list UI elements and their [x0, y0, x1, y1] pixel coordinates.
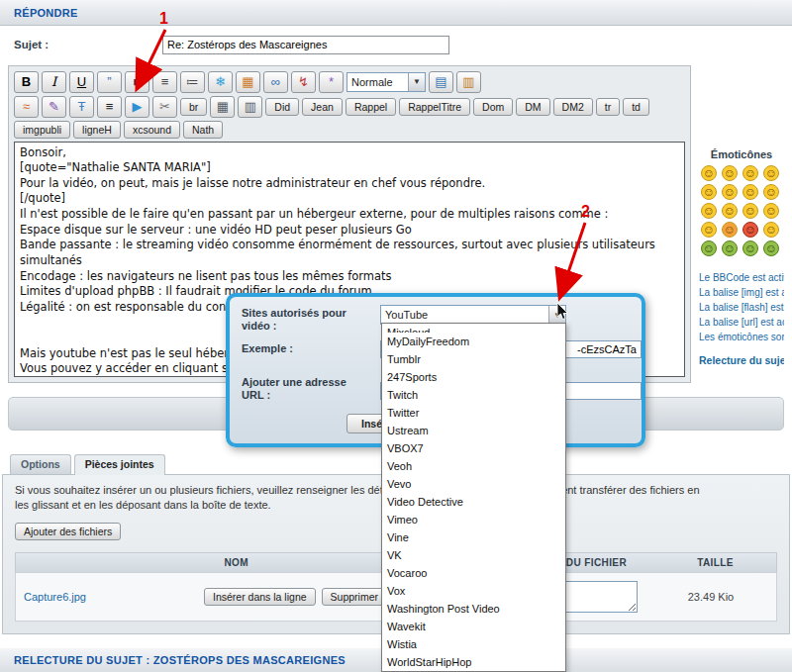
smiley-cool[interactable]: ☺ — [763, 165, 779, 181]
bbcode-status: Le BBCode est activéLa balise [img] est … — [699, 270, 784, 344]
smiley-geek[interactable]: ☺ — [701, 222, 717, 238]
dropdown-option[interactable]: Tumblr — [382, 350, 565, 368]
bold-button[interactable]: B — [14, 71, 39, 93]
subject-input[interactable] — [162, 36, 449, 54]
toolbar-row-2: ≈✎Ŧ≡▶✂ br ▦▥ DidJeanRappelRappelTitreDom… — [14, 96, 685, 118]
bbcode-status-line[interactable]: La balise [url] est activée — [699, 315, 784, 330]
smiley-mrgreen-2[interactable]: ☺ — [722, 240, 738, 256]
custom-bbcode-button[interactable]: imgpubli — [14, 121, 70, 139]
dropdown-option[interactable]: Twitter — [382, 404, 565, 422]
custom-bbcode-button[interactable]: DM2 — [553, 98, 593, 116]
add-files-button[interactable]: Ajouter des fichiers — [15, 523, 121, 540]
italic-button[interactable]: I — [42, 71, 66, 93]
highlight-button[interactable]: * — [319, 71, 344, 93]
dropdown-option[interactable]: Wistia — [382, 635, 565, 653]
smiley-redface[interactable]: ☺ — [722, 222, 738, 238]
dropdown-option[interactable]: Veoh — [382, 457, 565, 475]
text-style-button[interactable]: Ŧ — [69, 96, 94, 118]
smiley-mrgreen-4[interactable]: ☺ — [763, 240, 779, 256]
dropdown-option[interactable]: Video Detective — [382, 493, 565, 511]
review-header: RELECTURE DU SUJET : ZOSTÉROPS DES MASCA… — [14, 654, 346, 666]
dropdown-option[interactable]: Wavekit — [382, 618, 565, 635]
insert-inline-button[interactable]: Insérer dans la ligne — [204, 588, 316, 606]
snowflake-button[interactable]: ❄ — [208, 71, 233, 93]
smiley-mrgreen-1[interactable]: ☺ — [701, 240, 717, 256]
smilies-title: Émoticônes — [699, 148, 784, 160]
ordered-list-button[interactable]: ≔ — [180, 71, 205, 93]
file-comment-textarea[interactable] — [564, 581, 638, 613]
tab-attachments[interactable]: Pièces jointes — [74, 454, 165, 475]
smiley-surprised[interactable]: ☺ — [742, 184, 758, 200]
page-title: RÉPONDRE — [14, 7, 78, 19]
image-button[interactable]: ▦ — [236, 71, 260, 93]
bbcode-status-line[interactable]: La balise [img] est activée — [699, 285, 784, 300]
video-site-select[interactable]: YouTube ▼ — [380, 305, 566, 325]
pencil-button[interactable]: ✎ — [42, 96, 66, 118]
dropdown-option[interactable]: Vevo — [382, 475, 565, 493]
custom-bbcode-button[interactable]: td — [623, 98, 649, 116]
scissors-button[interactable]: ✂ — [152, 96, 177, 118]
dropdown-option[interactable]: Washington Post Video — [382, 600, 565, 618]
dropdown-option[interactable]: Ustream — [382, 422, 565, 439]
bbcode-status-line[interactable]: La balise [flash] est désactivée — [699, 300, 784, 315]
dropdown-option[interactable]: WorldStarHipHop — [382, 653, 565, 671]
smiley-evil[interactable]: ☺ — [742, 222, 758, 238]
column-header-size: TAILLE — [654, 557, 776, 568]
chevron-down-icon: ▼ — [408, 73, 425, 91]
subject-row: Sujet : — [0, 26, 792, 61]
smiley-wink[interactable]: ☺ — [742, 165, 758, 181]
smiley-rolleyes[interactable]: ☺ — [722, 203, 738, 219]
custom-bbcode-button[interactable]: tr — [596, 98, 620, 116]
quote-button[interactable]: ” — [97, 71, 122, 93]
code-button[interactable]: ■ — [125, 71, 149, 93]
bbcode-status-line[interactable]: Le BBCode est activé — [699, 270, 784, 285]
smiley-smile[interactable]: ☺ — [722, 165, 738, 181]
smiley-sad[interactable]: ☺ — [763, 203, 779, 219]
dropdown-option[interactable]: VBOX7 — [382, 439, 565, 457]
smiley-question[interactable]: ☺ — [763, 222, 779, 238]
table2-icon-button[interactable]: ▥ — [238, 96, 262, 118]
smiley-razz[interactable]: ☺ — [701, 184, 717, 200]
attachment-file-link[interactable]: Capture6.jpg — [24, 591, 198, 603]
dropdown-option[interactable]: MyDailyFreedom — [382, 333, 565, 350]
custom-bbcode-button[interactable]: RappelTitre — [399, 98, 470, 116]
smiley-mrgreen-3[interactable]: ☺ — [742, 240, 758, 256]
dropdown-option[interactable]: Vimeo — [382, 511, 565, 528]
editor-sidebar: Émoticônes ☺☺☺☺☺☺☺☺☺☺☺☺☺☺☺☺☺☺☺☺ Le BBCod… — [699, 65, 784, 383]
bbcode-status-line[interactable]: Les émoticônes sont activées — [699, 330, 784, 344]
paste-icon-button[interactable]: ▥ — [456, 71, 481, 93]
custom-bbcode-button[interactable]: ligneH — [73, 121, 121, 139]
custom-bbcode-button[interactable]: Nath — [183, 121, 223, 139]
smiley-biggrin[interactable]: ☺ — [701, 165, 717, 181]
justify-button[interactable]: ≡ — [97, 96, 122, 118]
tab-options[interactable]: Options — [10, 454, 71, 474]
table-icon-button[interactable]: ▦ — [210, 96, 235, 118]
copy-icon-button[interactable]: ▤ — [429, 71, 453, 93]
unordered-list-button[interactable]: ≡ — [152, 71, 177, 93]
dropdown-option[interactable]: Vine — [382, 528, 565, 546]
smiley-neutral[interactable]: ☺ — [742, 203, 758, 219]
dropdown-option[interactable]: Vocaroo — [382, 564, 565, 582]
custom-bbcode-button[interactable]: Did — [265, 98, 299, 116]
br-button[interactable]: br — [180, 98, 207, 116]
custom-bbcode-button[interactable]: Dom — [473, 98, 513, 116]
underline-button[interactable]: U — [69, 71, 94, 93]
custom-bbcode-button[interactable]: DM — [516, 98, 549, 116]
custom-bbcode-button[interactable]: xcsound — [124, 121, 180, 139]
dropdown-option[interactable]: Mixcloud — [382, 324, 565, 333]
dropdown-option[interactable]: 247Sports — [382, 368, 565, 386]
dropdown-option[interactable]: Vox — [382, 582, 565, 600]
font-size-select[interactable]: Normale ▼ — [346, 72, 426, 92]
review-topic-link[interactable]: Relecture du sujet — [699, 354, 784, 366]
smiley-lol[interactable]: ☺ — [722, 184, 738, 200]
dropdown-option[interactable]: Twitch — [382, 386, 565, 404]
custom-bbcode-button[interactable]: Jean — [302, 98, 343, 116]
smiley-eek[interactable]: ☺ — [763, 184, 779, 200]
wave-button[interactable]: ≈ — [14, 96, 39, 118]
dropdown-option[interactable]: VK — [382, 546, 565, 564]
custom-bbcode-button[interactable]: Rappel — [346, 98, 396, 116]
url-button[interactable]: ∞ — [263, 71, 288, 93]
flash-button[interactable]: ↯ — [291, 71, 316, 93]
smiley-cry[interactable]: ☺ — [701, 203, 717, 219]
video-button[interactable]: ▶ — [125, 96, 149, 118]
